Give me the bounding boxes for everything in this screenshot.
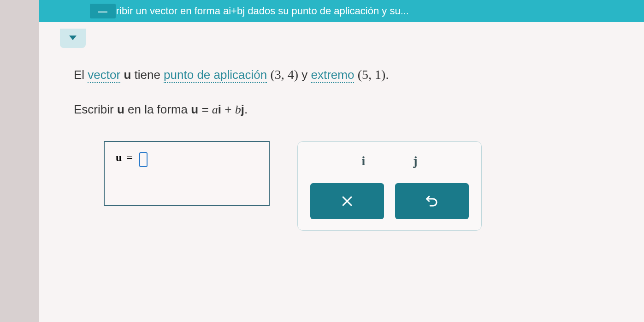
content-area: El vector u tiene punto de aplicación (3… (39, 22, 644, 322)
answer-input-cursor[interactable] (139, 152, 148, 167)
point-start: (3, 4) (270, 67, 298, 82)
unit-j: j (241, 102, 244, 116)
keypad-actions-row (310, 183, 469, 219)
undo-button[interactable] (395, 183, 469, 219)
vector-u: u (124, 68, 131, 82)
answer-row: u = i j (104, 141, 630, 231)
unit-i: i (218, 102, 221, 116)
equals-sign: = (126, 151, 133, 164)
vector-u: u (117, 102, 124, 116)
left-strip (0, 0, 39, 322)
answer-input-box[interactable]: u = (104, 141, 270, 206)
clear-button[interactable] (310, 183, 384, 219)
vector-u: u (191, 102, 198, 116)
text-fragment: en la forma (124, 102, 191, 116)
answer-label: u (116, 151, 122, 164)
header-title: Escribir un vector en forma ai+bj dados … (99, 5, 409, 17)
var-b: b (235, 103, 241, 116)
keypad-i-button[interactable]: i (356, 152, 371, 170)
header-bar: — Escribir un vector en forma ai+bj dado… (39, 0, 644, 22)
text-fragment: Escribir (74, 102, 117, 116)
text-fragment: . (385, 68, 389, 82)
x-icon (340, 194, 354, 208)
point-end: (5, 1) (358, 67, 386, 82)
problem-text: El vector u tiene punto de aplicación (3… (74, 65, 630, 119)
text-fragment: tiene (131, 68, 164, 82)
keypad-panel: i j (297, 141, 482, 231)
text-fragment: + (221, 102, 235, 116)
chevron-down-icon (69, 36, 77, 40)
text-fragment: El (74, 68, 88, 82)
text-fragment: = (198, 102, 212, 116)
undo-icon (425, 194, 439, 208)
text-fragment: y (298, 68, 311, 82)
term-punto-link[interactable]: punto de aplicación (164, 68, 267, 83)
header-menu-icon[interactable]: — (90, 4, 116, 18)
text-fragment: . (244, 102, 248, 116)
problem-line-2: Escribir u en la forma u = ai + bj. (74, 100, 630, 119)
term-vector-link[interactable]: vector (88, 68, 120, 83)
var-a: a (212, 103, 218, 116)
problem-line-1: El vector u tiene punto de aplicación (3… (74, 65, 630, 85)
term-extremo-link[interactable]: extremo (311, 68, 354, 83)
expand-tab[interactable] (60, 29, 86, 48)
text-fragment (354, 68, 357, 82)
keypad-j-button[interactable]: j (408, 152, 423, 170)
keypad-symbols-row: i j (310, 152, 469, 170)
